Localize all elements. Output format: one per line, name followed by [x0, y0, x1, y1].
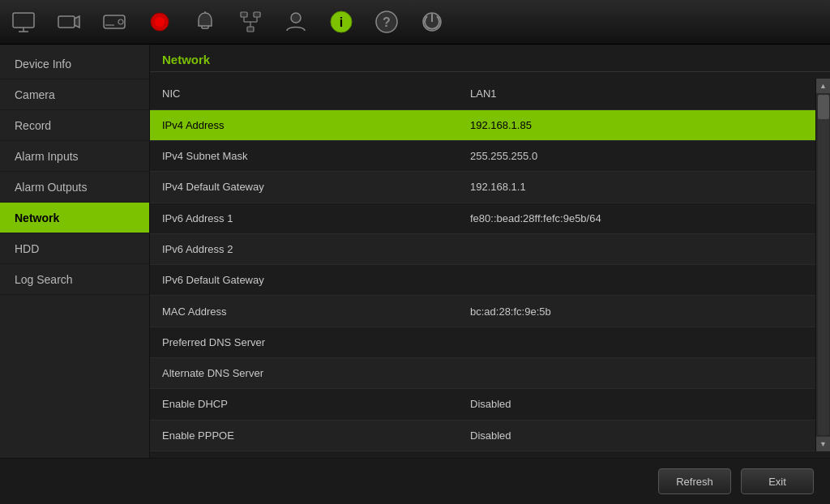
- table-cell-label: IPv6 Default Gateway: [150, 265, 458, 296]
- scrollbar[interactable]: ▲ ▼: [815, 79, 830, 451]
- svg-point-22: [291, 13, 301, 23]
- svg-rect-14: [241, 12, 247, 17]
- user-icon[interactable]: [280, 6, 311, 37]
- table-cell-value: 255.255.255.0: [458, 141, 815, 172]
- svg-rect-3: [58, 16, 75, 28]
- table-cell-label: IPv4 Subnet Mask: [150, 141, 458, 172]
- power-icon[interactable]: [417, 6, 447, 37]
- svg-point-9: [155, 17, 165, 27]
- table-cell-value: [458, 233, 815, 264]
- table-cell-value: Disabled: [458, 420, 815, 451]
- refresh-button[interactable]: Refresh: [658, 468, 731, 494]
- network-table: NICLAN1IPv4 Address192.168.1.85IPv4 Subn…: [150, 79, 815, 451]
- table-row[interactable]: IPv6 Address 2: [150, 233, 815, 264]
- table-cell-value: [458, 265, 815, 296]
- table-row[interactable]: MAC Addressbc:ad:28:fc:9e:5b: [150, 296, 815, 327]
- sidebar: Device Info Camera Record Alarm Inputs A…: [0, 45, 150, 458]
- table-row[interactable]: Enable DHCPDisabled: [150, 389, 815, 420]
- table-cell-label: Enable PPPOE: [150, 420, 458, 451]
- table-cell-label: IPv6 Address 1: [150, 203, 458, 233]
- table-cell-value: Disabled: [458, 389, 815, 420]
- table-cell-value: LAN1: [458, 79, 815, 109]
- svg-text:?: ?: [383, 15, 391, 29]
- table-row[interactable]: IPv6 Default Gateway: [150, 265, 815, 296]
- exit-button[interactable]: Exit: [741, 468, 814, 494]
- table-cell-value: 192.168.1.85: [458, 109, 815, 140]
- table-row[interactable]: IPv4 Subnet Mask255.255.255.0: [150, 141, 815, 172]
- table-cell-label: NIC: [150, 79, 458, 109]
- alarm-icon[interactable]: [190, 6, 220, 37]
- content-header: Network: [150, 45, 830, 72]
- network-toolbar-icon[interactable]: [235, 6, 266, 37]
- info-icon[interactable]: i: [326, 6, 357, 37]
- svg-rect-16: [247, 27, 254, 32]
- table-cell-label: IPv4 Address: [150, 109, 458, 140]
- svg-marker-4: [75, 16, 79, 28]
- table-row[interactable]: Alternate DNS Server: [150, 358, 815, 389]
- table-row[interactable]: IPv4 Address192.168.1.85: [150, 109, 815, 140]
- table-cell-value: [458, 358, 815, 389]
- main-area: Device Info Camera Record Alarm Inputs A…: [0, 45, 830, 458]
- sidebar-item-alarm-inputs[interactable]: Alarm Inputs: [0, 141, 149, 172]
- sidebar-item-alarm-outputs[interactable]: Alarm Outputs: [0, 172, 149, 203]
- scroll-down-button[interactable]: ▼: [816, 437, 831, 451]
- sidebar-item-camera[interactable]: Camera: [0, 79, 149, 110]
- table-row[interactable]: IPv4 Default Gateway192.168.1.1: [150, 172, 815, 203]
- bottom-bar: Refresh Exit: [0, 458, 830, 504]
- hdd-icon[interactable]: [99, 6, 130, 37]
- svg-text:i: i: [340, 15, 343, 29]
- table-cell-value: fe80::bead:28ff:fefc:9e5b/64: [458, 203, 815, 233]
- table-row[interactable]: IPv6 Address 1fe80::bead:28ff:fefc:9e5b/…: [150, 203, 815, 233]
- table-row[interactable]: Enable PPPOEDisabled: [150, 420, 815, 451]
- help-icon[interactable]: ?: [371, 6, 402, 37]
- svg-rect-0: [13, 13, 34, 28]
- svg-rect-5: [104, 15, 125, 28]
- table-cell-label: Enable DHCP: [150, 389, 458, 420]
- scroll-thumb[interactable]: [818, 95, 829, 119]
- table-cell-label: MAC Address: [150, 296, 458, 327]
- svg-rect-15: [254, 12, 260, 17]
- table-cell-value: [458, 327, 815, 357]
- table-cell-label: IPv6 Address 2: [150, 233, 458, 264]
- content-title: Network: [162, 53, 210, 66]
- camera-icon[interactable]: [53, 6, 84, 37]
- toolbar: i ?: [0, 0, 830, 45]
- table-cell-value: 192.168.1.1: [458, 172, 815, 203]
- sidebar-item-device-info[interactable]: Device Info: [0, 49, 149, 79]
- table-cell-label: IPv4 Default Gateway: [150, 172, 458, 203]
- network-table-container: NICLAN1IPv4 Address192.168.1.85IPv4 Subn…: [150, 72, 830, 458]
- sidebar-item-hdd[interactable]: HDD: [0, 233, 149, 264]
- scroll-up-button[interactable]: ▲: [816, 79, 831, 93]
- sidebar-item-network[interactable]: Network: [0, 203, 149, 233]
- scroll-track: [818, 95, 829, 435]
- table-row[interactable]: Preferred DNS Server: [150, 327, 815, 357]
- sidebar-item-record[interactable]: Record: [0, 110, 149, 141]
- table-cell-label: Preferred DNS Server: [150, 327, 458, 357]
- record-icon[interactable]: [144, 6, 175, 37]
- table-cell-value: bc:ad:28:fc:9e:5b: [458, 296, 815, 327]
- sidebar-item-log-search[interactable]: Log Search: [0, 264, 149, 295]
- content-area: Network NICLAN1IPv4 Address192.168.1.85I…: [150, 45, 830, 458]
- monitor-icon[interactable]: [8, 6, 39, 37]
- table-cell-label: Alternate DNS Server: [150, 358, 458, 389]
- table-row[interactable]: NICLAN1: [150, 79, 815, 109]
